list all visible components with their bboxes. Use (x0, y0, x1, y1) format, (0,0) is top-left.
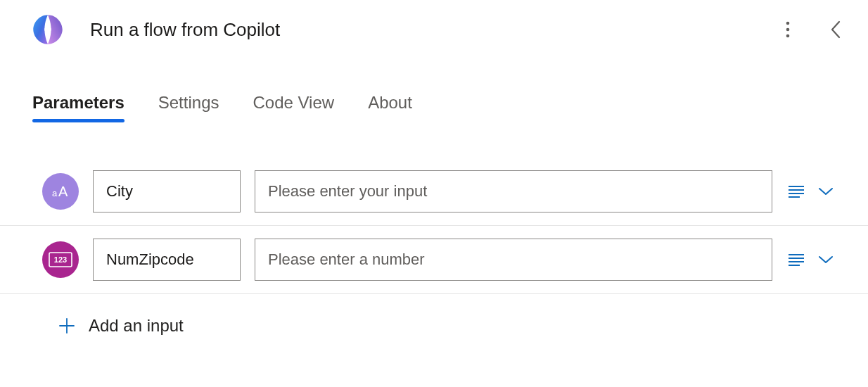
collapse-button[interactable] (824, 18, 847, 41)
input-row-actions (786, 182, 836, 201)
panel-title: Run a flow from Copilot (90, 19, 777, 41)
input-expand-button[interactable] (816, 250, 836, 269)
flow-trigger-panel: Run a flow from Copilot Parameters Setti… (0, 0, 868, 336)
number-type-icon: 123 (42, 241, 79, 278)
tab-label: About (368, 93, 412, 112)
tab-label: Code View (253, 93, 334, 112)
more-options-button[interactable] (777, 18, 799, 41)
text-type-icon: a A (42, 173, 79, 210)
svg-text:a: a (52, 188, 58, 198)
input-value-field[interactable] (255, 170, 772, 212)
tab-settings[interactable]: Settings (158, 93, 219, 122)
input-rows: a A (0, 158, 868, 294)
input-row: a A (0, 158, 868, 226)
add-input-button[interactable]: Add an input (0, 294, 868, 336)
input-name-field[interactable] (93, 239, 241, 281)
svg-text:123: 123 (54, 255, 67, 264)
input-options-button[interactable] (786, 250, 806, 269)
header-actions (777, 18, 847, 41)
tab-label: Settings (158, 93, 219, 112)
copilot-icon (31, 13, 65, 46)
input-expand-button[interactable] (816, 182, 836, 201)
input-row-actions (786, 250, 836, 269)
tab-code-view[interactable]: Code View (253, 93, 334, 122)
chevron-left-icon (830, 20, 841, 39)
panel-tabs: Parameters Settings Code View About (0, 52, 868, 122)
list-icon (788, 185, 805, 198)
input-row: 123 (0, 226, 868, 294)
ellipsis-vertical-icon (786, 21, 790, 38)
svg-point-3 (786, 34, 790, 38)
svg-point-1 (786, 22, 790, 25)
tab-label: Parameters (32, 93, 125, 112)
input-options-button[interactable] (786, 182, 806, 201)
list-icon (788, 253, 805, 266)
svg-text:A: A (58, 184, 68, 199)
panel-header: Run a flow from Copilot (0, 7, 868, 52)
tab-parameters[interactable]: Parameters (32, 93, 125, 122)
input-name-field[interactable] (93, 170, 241, 212)
svg-point-0 (44, 26, 51, 33)
plus-icon (56, 315, 77, 336)
chevron-down-icon (818, 186, 834, 196)
chevron-down-icon (818, 255, 834, 265)
add-input-label: Add an input (89, 316, 184, 336)
input-value-field[interactable] (255, 239, 772, 281)
tab-about[interactable]: About (368, 93, 412, 122)
svg-point-2 (786, 28, 790, 32)
